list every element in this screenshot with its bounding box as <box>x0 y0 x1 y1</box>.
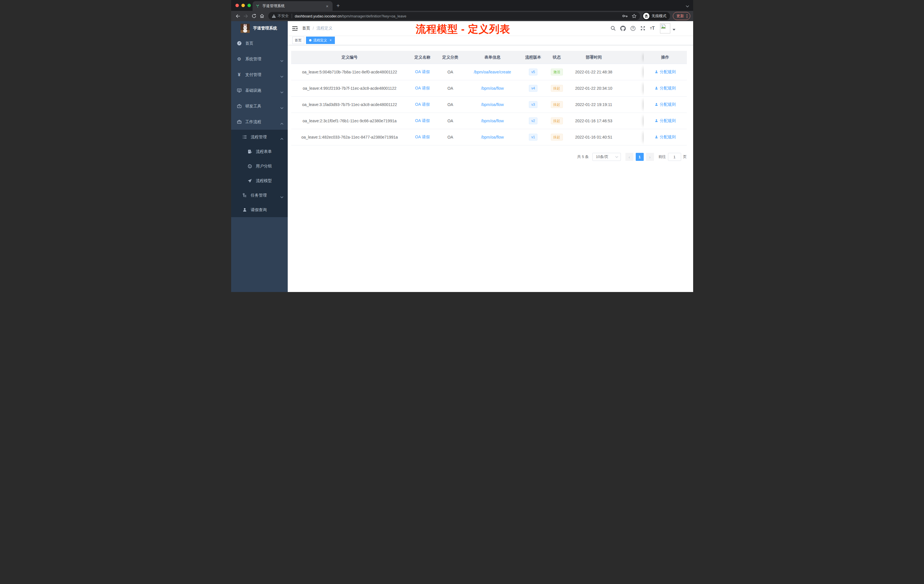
tag-label: 流程定义 <box>314 37 327 44</box>
column-header-form: 表单信息 <box>464 51 521 64</box>
new-tab-button[interactable]: + <box>337 3 340 8</box>
column-header-id: 定义编号 <box>291 51 408 64</box>
cell-category: OA <box>437 113 464 129</box>
minimize-window-button[interactable] <box>241 4 245 7</box>
github-icon[interactable] <box>618 26 628 31</box>
column-header-version: 流程版本 <box>521 51 545 64</box>
form-link[interactable]: /bpm/oa/flow <box>481 86 504 91</box>
search-icon[interactable] <box>608 26 618 31</box>
goto-page-input[interactable] <box>668 153 681 161</box>
browser-update-button[interactable]: 更新 <box>673 12 690 20</box>
home-button[interactable] <box>258 12 266 20</box>
table-header-row: 定义编号 定义名称 定义分类 表单信息 流程版本 状态 部署时间 操作 <box>291 51 687 64</box>
sidebar-item-user-group[interactable]: 用户分组 <box>231 159 288 173</box>
sidebar-item-home[interactable]: 首页 <box>231 35 288 51</box>
tag-home[interactable]: 首页 <box>292 36 304 44</box>
cell-category: OA <box>437 80 464 97</box>
browser-tab[interactable]: 芋道管理系统 × <box>252 1 333 11</box>
url-text[interactable]: dashboard.yudao.iocoder.cn/bpm/manager/d… <box>295 14 407 18</box>
prev-page-button[interactable]: ‹ <box>625 153 634 161</box>
form-link[interactable]: /bpm/oa/leave/create <box>474 70 511 74</box>
key-icon[interactable] <box>622 14 628 18</box>
breadcrumb-home[interactable]: 首页 <box>302 26 310 31</box>
assign-rule-link[interactable]: 分配规则 <box>655 86 676 91</box>
sidebar-item-process-management[interactable]: 流程管理 <box>231 130 288 144</box>
assign-rule-link[interactable]: 分配规则 <box>655 135 676 140</box>
tag-close-icon[interactable]: × <box>330 39 332 42</box>
url-path: /bpm/manager/definition?key=oa_leave <box>342 14 406 18</box>
reload-button[interactable] <box>250 12 258 20</box>
status-badge: 激活 <box>551 69 563 76</box>
sidebar-logo[interactable]: 芋道管理系统 <box>231 21 288 35</box>
incognito-badge: 无痕模式 <box>642 12 670 20</box>
fullscreen-icon[interactable] <box>638 26 648 31</box>
user-menu[interactable] <box>660 23 675 33</box>
page-size-value: 10条/页 <box>596 154 609 159</box>
app-title: 芋道管理系统 <box>253 26 277 31</box>
plane-icon <box>248 178 252 183</box>
assign-rule-link[interactable]: 分配规则 <box>655 118 676 124</box>
sidebar-collapse-icon[interactable] <box>292 26 300 31</box>
sidebar-menu: 首页 ⚙ 系统管理 ¥ 支付管理 基础设施 <box>231 35 288 217</box>
cell-category: OA <box>437 64 464 80</box>
tag-process-definition[interactable]: 流程定义 × <box>306 36 335 44</box>
fontsize-icon[interactable]: TT <box>648 26 657 31</box>
version-badge: v1 <box>529 134 538 140</box>
bookmark-star-icon[interactable] <box>632 14 637 18</box>
form-link[interactable]: /bpm/oa/flow <box>481 135 504 139</box>
page-number-button[interactable]: 1 <box>636 153 644 161</box>
yen-icon: ¥ <box>237 72 242 77</box>
tags-view-bar: 首页 流程定义 × <box>288 35 693 45</box>
address-bar[interactable]: 不安全 dashboard.yudao.iocoder.cn/bpm/manag… <box>268 12 640 20</box>
breadcrumb-current: 流程定义 <box>316 26 332 31</box>
security-label[interactable]: 不安全 <box>278 13 289 18</box>
help-icon[interactable]: ? <box>628 26 638 31</box>
briefcase-icon <box>237 119 242 124</box>
assign-rule-link[interactable]: 分配规则 <box>655 102 676 107</box>
column-header-name: 定义名称 <box>408 51 437 64</box>
cell-category: OA <box>437 129 464 145</box>
status-badge: 挂起 <box>551 101 563 108</box>
close-window-button[interactable] <box>236 4 239 7</box>
next-page-button[interactable]: › <box>646 153 654 161</box>
logo-rabbit-image <box>241 24 250 33</box>
browser-menu-icon[interactable] <box>686 14 687 18</box>
definition-name-link[interactable]: OA 请假 <box>415 69 430 74</box>
page-size-select[interactable]: 10条/页 <box>592 153 621 161</box>
form-link[interactable]: /bpm/oa/flow <box>481 102 504 107</box>
sidebar-item-devtools[interactable]: 研发工具 <box>231 98 288 114</box>
chevron-up-icon <box>280 121 284 126</box>
sidebar-item-infrastructure[interactable]: 基础设施 <box>231 82 288 98</box>
sidebar-item-task-management[interactable]: 任务管理 <box>231 188 288 203</box>
sidebar-item-process-form[interactable]: 流程表单 <box>231 144 288 159</box>
maximize-window-button[interactable] <box>248 4 251 7</box>
sidebar-item-label: 请假查询 <box>251 208 267 213</box>
filler-cell <box>619 129 644 145</box>
column-header-category: 定义分类 <box>437 51 464 64</box>
cell-deploy-time: 2022-01-22 19:19:11 <box>568 97 619 113</box>
tab-close-icon[interactable]: × <box>325 3 330 9</box>
sidebar-item-process-model[interactable]: 流程模型 <box>231 173 288 188</box>
cell-deploy-time: 2022-01-22 20:34:10 <box>568 80 619 97</box>
filler-cell <box>619 97 644 113</box>
sidebar-item-payment[interactable]: ¥ 支付管理 <box>231 67 288 82</box>
window-controls <box>236 4 251 7</box>
back-button[interactable] <box>234 12 242 20</box>
definition-name-link[interactable]: OA 请假 <box>415 118 430 123</box>
tab-search-chevron-icon[interactable] <box>686 3 689 8</box>
breadcrumb-separator: / <box>313 26 314 31</box>
avatar[interactable] <box>660 23 670 33</box>
column-header-status: 状态 <box>545 51 568 64</box>
sidebar-item-workflow[interactable]: 工作流程 <box>231 114 288 130</box>
sidebar-item-leave-query[interactable]: 请假查询 <box>231 203 288 217</box>
form-link[interactable]: /bpm/oa/flow <box>481 119 504 123</box>
forward-button[interactable] <box>242 12 250 20</box>
definition-name-link[interactable]: OA 请假 <box>415 86 430 90</box>
definition-name-link[interactable]: OA 请假 <box>415 102 430 107</box>
assign-rule-link[interactable]: 分配规则 <box>655 69 676 74</box>
definition-name-link[interactable]: OA 请假 <box>415 135 430 139</box>
sidebar-item-system[interactable]: ⚙ 系统管理 <box>231 51 288 67</box>
form-icon <box>248 149 252 154</box>
robot-icon <box>248 164 252 168</box>
tree-icon <box>242 193 247 198</box>
